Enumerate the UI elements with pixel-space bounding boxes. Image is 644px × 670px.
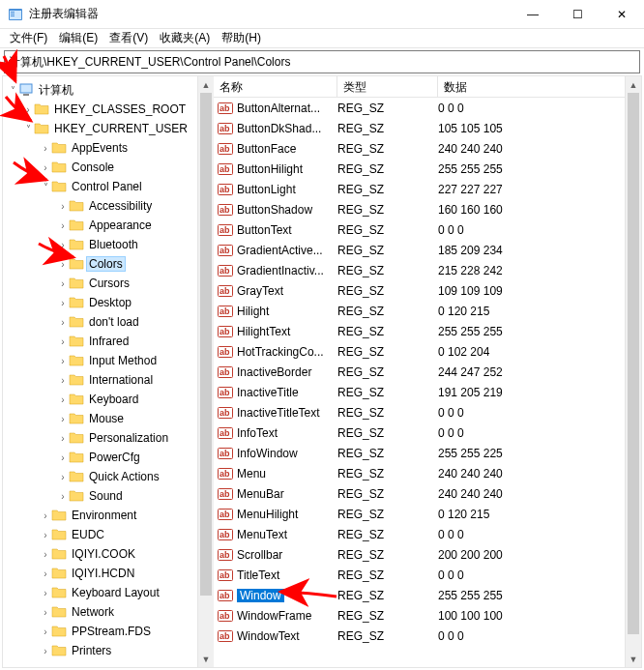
tree-key-sound[interactable]: ›Sound	[3, 486, 213, 506]
tree-key-don-t-load[interactable]: ›don't load	[3, 312, 213, 332]
tree-key-powercfg[interactable]: ›PowerCfg	[3, 448, 213, 467]
expander-icon[interactable]: ˅	[40, 182, 51, 192]
value-row[interactable]: abInactiveTitleTextREG_SZ0 0 0	[214, 402, 641, 422]
expander-icon[interactable]: ›	[57, 414, 69, 424]
value-row[interactable]: abButtonLightREG_SZ227 227 227	[214, 179, 641, 199]
scroll-up-icon[interactable]: ▲	[198, 76, 214, 93]
menu-help[interactable]: 帮助(H)	[216, 28, 267, 48]
tree-key-printers[interactable]: ›Printers	[3, 641, 213, 660]
expander-icon[interactable]: ›	[57, 240, 69, 250]
menu-file[interactable]: 文件(F)	[4, 28, 53, 48]
value-row[interactable]: abMenuHilightREG_SZ0 120 215	[214, 504, 641, 524]
tree-key-control-panel[interactable]: ˅Control Panel	[3, 177, 213, 196]
value-row[interactable]: abWindowFrameREG_SZ100 100 100	[214, 605, 641, 626]
tree-key-environment[interactable]: ›Environment	[3, 506, 213, 525]
value-row[interactable]: abHotTrackingCo...REG_SZ0 102 204	[214, 341, 641, 362]
expander-icon[interactable]: ›	[40, 588, 51, 598]
tree-key-ppstream-fds[interactable]: ›PPStream.FDS	[3, 622, 213, 641]
tree-key-network[interactable]: ›Network	[3, 602, 213, 622]
tree-key-colors[interactable]: ›Colors	[3, 254, 213, 274]
value-row[interactable]: abButtonHilightREG_SZ255 255 255	[214, 159, 641, 179]
tree-key-personalization[interactable]: ›Personalization	[3, 428, 213, 448]
tree-key-console[interactable]: ›Console	[3, 158, 213, 177]
maximize-button[interactable]: ☐	[555, 0, 600, 29]
value-row[interactable]: abButtonFaceREG_SZ240 240 240	[214, 138, 641, 159]
menu-edit[interactable]: 编辑(E)	[53, 28, 103, 48]
expander-icon[interactable]: ›	[40, 646, 51, 656]
value-row[interactable]: abMenuTextREG_SZ0 0 0	[214, 524, 641, 544]
value-row[interactable]: abInfoTextREG_SZ0 0 0	[214, 422, 641, 443]
tree-key-international[interactable]: ›International	[3, 370, 213, 390]
tree-key-cursors[interactable]: ›Cursors	[3, 274, 213, 293]
address-bar[interactable]: 计算机\HKEY_CURRENT_USER\Control Panel\Colo…	[4, 50, 640, 73]
tree-hive-hkey-classes-root[interactable]: ›HKEY_CLASSES_ROOT	[3, 100, 213, 119]
value-row[interactable]: abGradientInactiv...REG_SZ215 228 242	[214, 260, 641, 280]
expander-icon[interactable]: ›	[57, 356, 69, 366]
scroll-thumb[interactable]	[628, 93, 639, 634]
expander-icon[interactable]: ›	[40, 568, 51, 579]
value-row[interactable]: abInactiveTitleREG_SZ191 205 219	[214, 382, 641, 402]
value-row[interactable]: abMenuBarREG_SZ240 240 240	[214, 483, 641, 504]
scroll-down-icon[interactable]: ▼	[626, 651, 641, 667]
tree-key-appearance[interactable]: ›Appearance	[3, 216, 213, 235]
value-row[interactable]: abButtonShadowREG_SZ160 160 160	[214, 199, 641, 219]
value-row[interactable]: abWindowTextREG_SZ0 0 0	[214, 626, 641, 646]
value-row[interactable]: abGradientActive...REG_SZ185 209 234	[214, 240, 641, 260]
expander-icon[interactable]: ›	[40, 607, 51, 618]
value-row[interactable]: abButtonAlternat...REG_SZ0 0 0	[214, 98, 641, 118]
expander-icon[interactable]: ›	[57, 394, 69, 405]
expander-icon[interactable]: ›	[57, 298, 69, 308]
value-row[interactable]: abHilightTextREG_SZ255 255 255	[214, 321, 641, 341]
tree-key-input-method[interactable]: ›Input Method	[3, 351, 213, 370]
expander-icon[interactable]: ›	[40, 143, 51, 154]
expander-icon[interactable]: ›	[57, 278, 69, 289]
expander-icon[interactable]: ›	[57, 452, 69, 463]
value-row[interactable]: abButtonDkShad...REG_SZ105 105 105	[214, 118, 641, 138]
value-row[interactable]: abGrayTextREG_SZ109 109 109	[214, 280, 641, 301]
column-type[interactable]: 类型	[337, 76, 438, 97]
expander-icon[interactable]: ›	[57, 472, 69, 482]
expander-icon[interactable]: ›	[40, 510, 51, 521]
menu-view[interactable]: 查看(V)	[103, 28, 154, 48]
tree-key-bluetooth[interactable]: ›Bluetooth	[3, 235, 213, 254]
value-row[interactable]: abInactiveBorderREG_SZ244 247 252	[214, 362, 641, 382]
minimize-button[interactable]: —	[511, 0, 555, 29]
value-row[interactable]: abMenuREG_SZ240 240 240	[214, 463, 641, 483]
tree-key-appevents[interactable]: ›AppEvents	[3, 138, 213, 158]
tree-key-iqiyi-hcdn[interactable]: ›IQIYI.HCDN	[3, 564, 213, 583]
tree-key-keyboard-layout[interactable]: ›Keyboard Layout	[3, 583, 213, 602]
expander-icon[interactable]: ›	[57, 220, 69, 231]
value-row[interactable]: abTitleTextREG_SZ0 0 0	[214, 565, 641, 585]
tree-key-iqiyi-cook[interactable]: ›IQIYI.COOK	[3, 544, 213, 564]
tree-key-keyboard[interactable]: ›Keyboard	[3, 390, 213, 409]
expander-icon[interactable]: ˅	[7, 85, 18, 96]
expander-icon[interactable]: ˅	[22, 124, 34, 134]
tree-key-desktop[interactable]: ›Desktop	[3, 293, 213, 312]
expander-icon[interactable]: ›	[40, 626, 51, 637]
expander-icon[interactable]: ›	[57, 317, 69, 328]
tree-key-quick-actions[interactable]: ›Quick Actions	[3, 467, 213, 486]
expander-icon[interactable]: ›	[57, 375, 69, 386]
expander-icon[interactable]: ›	[57, 491, 69, 502]
menu-favorites[interactable]: 收藏夹(A)	[154, 28, 216, 48]
column-data[interactable]: 数据	[438, 76, 641, 97]
expander-icon[interactable]: ›	[40, 162, 51, 173]
value-row[interactable]: abHilightREG_SZ0 120 215	[214, 301, 641, 321]
expander-icon[interactable]: ›	[57, 201, 69, 212]
tree-hive-hkey-current-user[interactable]: ˅HKEY_CURRENT_USER	[3, 119, 213, 138]
expander-icon[interactable]: ›	[40, 549, 51, 560]
scroll-up-icon[interactable]: ▲	[626, 76, 641, 93]
expander-icon[interactable]: ›	[57, 259, 69, 270]
value-row[interactable]: abInfoWindowREG_SZ255 255 225	[214, 443, 641, 463]
expander-icon[interactable]: ›	[22, 104, 34, 115]
tree-key-eudc[interactable]: ›EUDC	[3, 525, 213, 544]
scroll-thumb[interactable]	[200, 93, 212, 596]
column-name[interactable]: 名称	[214, 76, 337, 97]
expander-icon[interactable]: ›	[57, 433, 69, 444]
value-row[interactable]: abScrollbarREG_SZ200 200 200	[214, 544, 641, 565]
tree-key-mouse[interactable]: ›Mouse	[3, 409, 213, 428]
close-button[interactable]: ✕	[600, 0, 644, 29]
tree-key-infrared[interactable]: ›Infrared	[3, 332, 213, 351]
expander-icon[interactable]: ›	[40, 530, 51, 540]
value-row[interactable]: abButtonTextREG_SZ0 0 0	[214, 219, 641, 240]
